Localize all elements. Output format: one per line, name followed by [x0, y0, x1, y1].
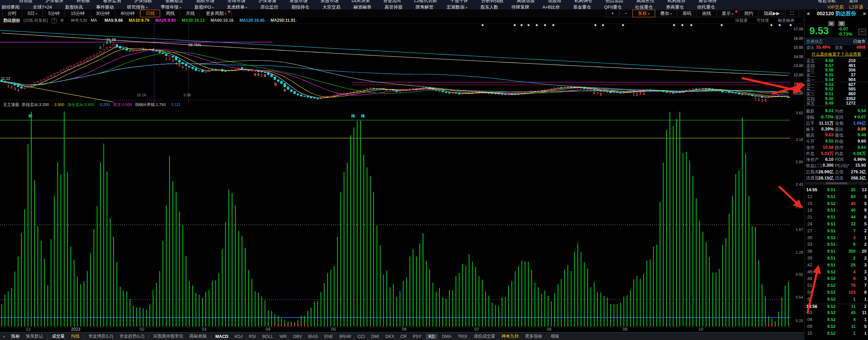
indicator-tab-MACD[interactable]: MACD	[212, 334, 231, 339]
indicator-tab-PSY[interactable]: PSY	[410, 334, 425, 339]
order-book-row[interactable]: 买四9.503352	[805, 96, 868, 101]
indicator-tab-OBV[interactable]: OBV	[290, 334, 305, 339]
indicator-tab-成交量[interactable]: 成交量	[49, 333, 68, 339]
event-star-icon[interactable]: ✱	[720, 23, 723, 27]
indicator-tab-更多指标[interactable]: 更多指标	[522, 333, 545, 339]
menu2-item-新股IPO[interactable]: 新股IPO▾	[188, 4, 220, 10]
menu1-right-收起导航[interactable]: 收起导航	[811, 0, 842, 4]
tick-row[interactable]: :099.52115	[805, 324, 868, 331]
indicator-tab-资金博弈(L2)[interactable]: 资金博弈(L2)	[85, 333, 116, 339]
indicator-tab-BIAS[interactable]: BIAS	[305, 334, 321, 339]
menu2-item-期指持仓[interactable]: 期指持仓	[285, 4, 316, 10]
menu2-item-龙虎榜单[interactable]: 龙虎榜单▾	[220, 4, 254, 10]
menu1-item-选股器[interactable]: 选股器	[541, 0, 568, 4]
tool-画线[interactable]: 画线	[697, 10, 717, 17]
indicator-tab-BOLL[interactable]: BOLL	[259, 334, 276, 339]
order-book-row[interactable]: 买二9.52565	[805, 87, 868, 91]
event-star-icon[interactable]: ✱	[690, 23, 693, 27]
indicator-tab-TRIX[interactable]: TRIX	[455, 334, 471, 339]
price-cage-link[interactable]: 什么是价格笼子？点击查看	[805, 51, 868, 57]
menu1-item-热点追踪[interactable]: 热点追踪	[599, 0, 630, 4]
tool-显示[interactable]: 显示▾	[716, 10, 739, 17]
tool-简约[interactable]: 简约	[739, 10, 759, 17]
event-star-icon[interactable]: ✱	[513, 23, 516, 27]
indicator-tab-DKX[interactable]: DKX	[382, 334, 397, 339]
tool-隐藏▶▶[interactable]: 隐藏▶▶	[758, 10, 785, 17]
indicator-tab-ENE[interactable]: ENE	[321, 334, 336, 339]
tick-row[interactable]: :249.51325	[805, 222, 868, 229]
menu1-right-返回[interactable]: 返回	[842, 0, 865, 4]
menu2-item-社保重仓[interactable]: 社保重仓	[629, 4, 660, 10]
tick-row[interactable]: :549.521038	[805, 290, 868, 297]
menu1-item-高管增持[interactable]: 高管增持	[692, 0, 723, 4]
menu2-item-大宗交易[interactable]: 大宗交易	[316, 4, 347, 10]
menu2-item-限售解禁[interactable]: 限售解禁	[409, 4, 440, 10]
menu1-item-分析师指数[interactable]: 分析师指数	[475, 0, 510, 4]
menu1-item-港股市场[interactable]: 港股市场	[283, 0, 314, 4]
timeframe-周线[interactable]: 周线	[160, 10, 180, 17]
tick-row[interactable]: :579.5211	[805, 297, 868, 304]
indicator-tab-指标[interactable]: 指标	[8, 333, 23, 339]
timeframe-5分钟[interactable]: 5分钟	[43, 10, 65, 17]
tick-row[interactable]: :069.5241	[805, 317, 868, 324]
menu2-item-事件驱动[interactable]: 事件驱动	[89, 4, 120, 10]
menu2-item-高管持股[interactable]: 高管持股	[378, 4, 409, 10]
timeframe-更多周期[interactable]: 更多周期▾	[200, 10, 232, 17]
indicator-tab-RSI[interactable]: RSI	[246, 334, 259, 339]
menu2-item-全球7×24[interactable]: 全球7×24	[26, 4, 58, 10]
tick-row[interactable]: :189.51↓409	[805, 208, 868, 215]
tick-row[interactable]: 14:559.513013	[805, 187, 868, 194]
tick-row[interactable]: :459.52↑43	[805, 270, 868, 276]
menu2-item-新股快讯[interactable]: 新股快讯	[58, 4, 89, 10]
indicator-tab-均线[interactable]: 均线	[68, 333, 83, 339]
menu1-item-资金流向[interactable]: 资金流向	[376, 0, 407, 4]
collapse-button[interactable]: −	[858, 29, 866, 35]
order-book-row[interactable]: 卖四9.57461	[805, 63, 868, 68]
indicator-tab-恢复默认[interactable]: 恢复默认	[23, 333, 46, 339]
ma-tool-神奇九转[interactable]: 神奇九转	[71, 18, 87, 23]
margin-badge[interactable]: 融	[828, 21, 835, 26]
tick-row[interactable]: :039.524511	[805, 310, 868, 317]
order-book-row[interactable]: 买三9.51860	[805, 91, 868, 96]
help-icon[interactable]: ?	[51, 18, 57, 23]
tool-筹码[interactable]: 筹码	[677, 10, 697, 17]
tick-row[interactable]: 14:569.52112	[805, 304, 868, 311]
indicator-tab-DMI[interactable]: DMI	[368, 334, 382, 339]
menu1-item-板块监测[interactable]: 板块监测	[97, 0, 128, 4]
panel-scrollbar[interactable]	[805, 182, 868, 185]
order-book-row[interactable]: 买五9.491272	[805, 101, 868, 106]
indicator-tab-CCI[interactable]: CCI	[354, 334, 368, 339]
event-star-icon[interactable]: ✱	[594, 23, 597, 27]
menu1-item-全球市场[interactable]: 全球市场	[221, 0, 252, 4]
menu1-item-金融期货[interactable]: 金融期货	[159, 0, 190, 4]
menu1-item-机构调仓[interactable]: 机构调仓	[568, 0, 599, 4]
ma-tool-MA[interactable]: MA	[91, 18, 97, 23]
tool-叠加[interactable]: 叠加▾	[655, 10, 678, 17]
tool-⛶[interactable]: ⛶	[785, 10, 799, 17]
collapse-left-icon[interactable]: «	[0, 334, 8, 339]
tick-row[interactable]: :339.51↓62	[805, 242, 868, 249]
ma-right-融资融券[interactable]: 融资融券	[778, 18, 795, 23]
prev-stock-icon[interactable]: ◀	[806, 11, 809, 16]
indicator-tab-CR[interactable]: CR	[397, 334, 410, 339]
indicator-tab-两融差额[interactable]: 两融差额	[186, 333, 210, 339]
scrollbar-thumb[interactable]	[826, 182, 847, 184]
menu1-item-沪深指数[interactable]: 沪深指数	[128, 0, 159, 4]
timeframe-分时[interactable]: 分时	[2, 10, 22, 17]
tick-row[interactable]: :219.51446	[805, 215, 868, 222]
menu1-item-美股市场[interactable]: 美股市场	[314, 0, 345, 4]
menu1-item-千股千评[interactable]: 千股千评	[444, 0, 475, 4]
menu1-item-沪深板块[interactable]: 沪深板块	[39, 0, 70, 4]
menu2-item-信托重仓[interactable]: 信托重仓	[691, 4, 722, 10]
gear-icon[interactable]: ⚙	[60, 18, 64, 23]
indicator-tab-深股通持股变化[interactable]: 深股通持股变化	[150, 333, 187, 339]
indicator-tab-KDJ[interactable]: KDJ	[231, 334, 246, 339]
indicator-tab-虚拟成交量[interactable]: 虚拟成交量	[471, 333, 499, 339]
ma-right-可转债[interactable]: 可转债	[757, 18, 769, 23]
order-book-row[interactable]: 卖三9.56356	[805, 68, 868, 72]
event-star-icon[interactable]: ✱	[552, 23, 555, 27]
order-book-row[interactable]: 卖五9.58210	[805, 58, 868, 63]
menu1-item-高级选股[interactable]: 高级选股	[510, 0, 541, 4]
menu2-item-季报年报[interactable]: 季报年报▾	[154, 4, 188, 10]
event-star-icon[interactable]: ✱	[527, 23, 530, 27]
